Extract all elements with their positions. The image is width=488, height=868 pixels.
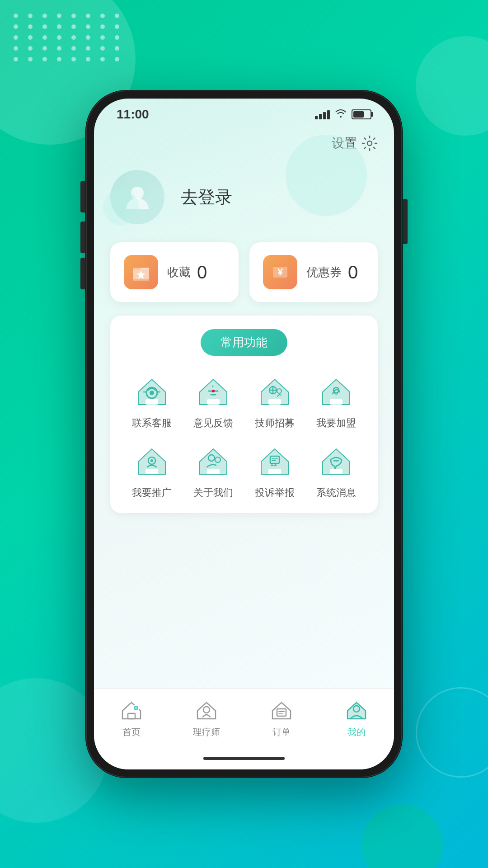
- functions-card: 常用功能 联系客服: [110, 316, 378, 513]
- promote-icon: [134, 443, 170, 480]
- favorites-count: 0: [197, 262, 207, 283]
- status-bar: 11:00: [94, 99, 394, 130]
- favorites-icon: [131, 262, 151, 282]
- avatar: [110, 170, 164, 224]
- nav-mine[interactable]: 我的: [319, 697, 394, 738]
- technician-recruit-icon: [257, 374, 293, 410]
- svg-rect-17: [268, 399, 281, 405]
- settings-button[interactable]: 设置: [332, 135, 378, 152]
- svg-point-30: [333, 460, 335, 462]
- coupons-card[interactable]: ¥ 优惠券 0: [249, 242, 378, 302]
- func-about-label: 关于我们: [193, 486, 233, 500]
- status-icons: [315, 108, 371, 120]
- functions-title: 常用功能: [201, 329, 287, 356]
- stats-row: 收藏 0 ¥ 优惠券 0: [110, 242, 378, 302]
- coupons-count: 0: [348, 262, 358, 283]
- home-nav-icon: [119, 697, 144, 722]
- func-complaint-label: 投诉举报: [255, 486, 295, 500]
- nav-therapist-label: 理疗师: [193, 726, 220, 738]
- coupons-icon-box: ¥: [263, 255, 297, 289]
- status-time: 11:00: [117, 107, 149, 122]
- feedback-icon: [195, 374, 231, 410]
- favorites-info: 收藏 0: [167, 262, 207, 283]
- func-system-msg[interactable]: 系统消息: [305, 443, 367, 500]
- customer-service-icon: [134, 374, 170, 410]
- svg-text:¥: ¥: [277, 266, 283, 278]
- func-join[interactable]: 我要加盟: [305, 374, 367, 430]
- svg-rect-29: [268, 469, 281, 474]
- therapist-nav-icon: [194, 697, 219, 722]
- func-customer-service[interactable]: 联系客服: [121, 374, 183, 430]
- svg-point-32: [337, 460, 339, 462]
- favorites-label: 收藏: [167, 264, 191, 280]
- coupons-info: 优惠券 0: [306, 262, 358, 283]
- settings-row: 设置: [110, 130, 378, 161]
- svg-rect-22: [145, 469, 158, 474]
- nav-orders-label: 订单: [272, 726, 291, 738]
- func-join-label: 我要加盟: [316, 416, 356, 430]
- svg-rect-34: [128, 713, 135, 719]
- svg-point-0: [367, 141, 372, 146]
- about-icon: [195, 443, 231, 480]
- phone-screen: 11:00: [94, 99, 394, 769]
- svg-point-1: [131, 187, 144, 199]
- bottom-nav: 首页 理疗师 订单: [94, 688, 394, 747]
- svg-rect-33: [330, 469, 343, 474]
- orders-nav-icon: [269, 697, 294, 722]
- phone-shell: 11:00: [86, 90, 402, 778]
- home-bar-indicator: [203, 757, 285, 760]
- svg-point-7: [150, 391, 154, 395]
- svg-rect-39: [277, 709, 286, 716]
- svg-point-11: [212, 390, 215, 392]
- settings-label: 设置: [332, 135, 357, 152]
- nav-home-label: 首页: [122, 726, 141, 738]
- profile-section[interactable]: 去登录: [110, 161, 378, 242]
- avatar-icon: [122, 181, 153, 213]
- svg-point-31: [335, 460, 337, 462]
- nav-mine-label: 我的: [347, 726, 366, 738]
- nav-orders[interactable]: 订单: [244, 697, 319, 738]
- mine-nav-icon: [344, 697, 369, 722]
- nav-home[interactable]: 首页: [94, 697, 169, 738]
- functions-grid: 联系客服 意见反馈: [121, 374, 367, 500]
- login-text: 去登录: [181, 186, 232, 209]
- svg-rect-19: [330, 399, 343, 405]
- func-customer-service-label: 联系客服: [132, 416, 172, 430]
- gear-icon: [361, 135, 378, 151]
- func-system-msg-label: 系统消息: [316, 486, 356, 500]
- func-promote[interactable]: 我要推广: [121, 443, 183, 500]
- func-technician-recruit-label: 技师招募: [255, 416, 295, 430]
- coupons-label: 优惠券: [306, 264, 342, 280]
- wifi-icon: [335, 108, 346, 120]
- func-promote-label: 我要推广: [132, 486, 172, 500]
- join-icon: [318, 374, 354, 410]
- func-complaint[interactable]: 投诉举报: [244, 443, 305, 500]
- func-feedback-label: 意见反馈: [193, 416, 233, 430]
- func-about[interactable]: 关于我们: [183, 443, 244, 500]
- signal-icon: [315, 109, 330, 119]
- battery-icon: [352, 109, 371, 119]
- nav-therapist[interactable]: 理疗师: [169, 697, 244, 738]
- svg-rect-8: [145, 399, 158, 405]
- svg-rect-25: [207, 469, 220, 474]
- svg-point-38: [203, 707, 210, 713]
- svg-rect-12: [207, 399, 220, 405]
- complaint-icon: [257, 443, 293, 480]
- system-msg-icon: [318, 443, 354, 480]
- functions-header: 常用功能: [121, 329, 367, 356]
- svg-point-21: [150, 459, 153, 462]
- func-feedback[interactable]: 意见反馈: [183, 374, 244, 430]
- home-bar: [94, 747, 394, 769]
- favorites-icon-box: [124, 255, 158, 289]
- favorites-card[interactable]: 收藏 0: [110, 242, 239, 302]
- coupon-icon: ¥: [270, 262, 290, 282]
- func-technician-recruit[interactable]: 技师招募: [244, 374, 305, 430]
